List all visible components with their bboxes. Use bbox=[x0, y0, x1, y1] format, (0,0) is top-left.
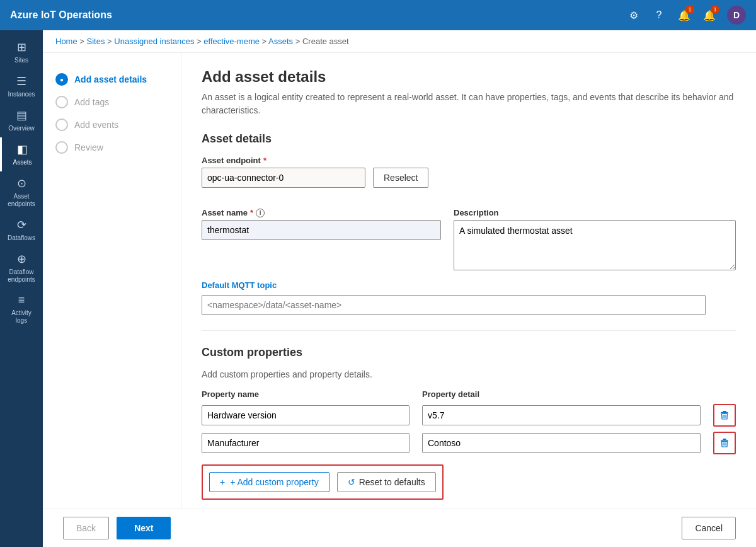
main-layout: ⊞ Sites ☰ Instances ▤ Overview ◧ Assets … bbox=[0, 30, 756, 547]
reset-to-defaults-button[interactable]: ↺ Reset to defaults bbox=[337, 472, 436, 492]
sidebar-label-activity-logs: Activitylogs bbox=[11, 309, 32, 325]
wizard-nav: ● Add asset details Add tags Add events … bbox=[43, 53, 181, 509]
sidebar-label-dataflows: Dataflows bbox=[8, 234, 35, 242]
sidebar-item-dataflows[interactable]: ⟳ Dataflows bbox=[0, 213, 43, 247]
bell-badge-2: 1 bbox=[711, 5, 719, 14]
asset-name-info-icon[interactable]: i bbox=[256, 209, 265, 217]
notification-bell-2[interactable]: 🔔 1 bbox=[702, 8, 717, 23]
add-custom-property-button[interactable]: + + Add custom property bbox=[209, 472, 329, 492]
prop-detail-input-0[interactable] bbox=[422, 405, 701, 425]
asset-endpoint-input[interactable] bbox=[202, 168, 365, 188]
props-header: Property name Property detail bbox=[202, 389, 736, 399]
wizard-step-circle-2 bbox=[55, 96, 68, 108]
wizard-step-add-tags[interactable]: Add tags bbox=[55, 91, 168, 113]
property-row-1 bbox=[202, 432, 736, 454]
prop-name-input-1[interactable] bbox=[202, 433, 410, 453]
sidebar-label-overview: Overview bbox=[8, 125, 35, 132]
breadcrumb-sep-5: > bbox=[295, 37, 302, 46]
sidebar-label-instances: Instances bbox=[8, 91, 35, 98]
asset-endpoint-group: Asset endpoint * Reselect bbox=[202, 156, 736, 198]
delete-prop-button-1[interactable] bbox=[713, 432, 736, 454]
breadcrumb-current: Create asset bbox=[302, 37, 349, 46]
wizard-step-circle-1: ● bbox=[55, 73, 68, 86]
sites-icon: ⊞ bbox=[17, 40, 26, 54]
wizard-step-label-1: Add asset details bbox=[74, 74, 147, 84]
page-layout: ● Add asset details Add tags Add events … bbox=[43, 53, 756, 509]
divider bbox=[202, 330, 736, 331]
custom-props-title: Custom properties bbox=[202, 346, 736, 359]
asset-name-input[interactable] bbox=[202, 220, 441, 240]
dataflow-endpoints-icon: ⊕ bbox=[17, 252, 26, 266]
asset-details-section-title: Asset details bbox=[202, 132, 736, 146]
asset-name-description-row: Asset name * i Description A simulated t… bbox=[202, 208, 736, 270]
bottom-bar: Back Next Cancel bbox=[43, 509, 756, 547]
wizard-step-add-asset-details[interactable]: ● Add asset details bbox=[55, 68, 168, 91]
asset-endpoint-required: * bbox=[263, 156, 266, 165]
mqtt-topic-input[interactable] bbox=[202, 295, 706, 315]
asset-endpoint-row: Reselect bbox=[202, 168, 736, 188]
svg-rect-5 bbox=[723, 439, 726, 440]
help-icon[interactable]: ? bbox=[651, 8, 667, 23]
topbar: Azure IoT Operations ⚙ ? 🔔 1 🔔 1 D bbox=[0, 0, 756, 30]
description-input[interactable]: A simulated thermostat asset bbox=[454, 220, 736, 270]
asset-endpoint-label: Asset endpoint * bbox=[202, 156, 736, 165]
notification-bell-1[interactable]: 🔔 1 bbox=[677, 8, 692, 23]
next-button[interactable]: Next bbox=[117, 517, 171, 539]
svg-rect-6 bbox=[721, 440, 728, 441]
custom-props-desc: Add custom properties and property detai… bbox=[202, 369, 736, 379]
breadcrumb-unassigned[interactable]: Unassigned instances bbox=[114, 37, 194, 46]
cancel-button[interactable]: Cancel bbox=[682, 517, 736, 539]
bell-badge-1: 1 bbox=[685, 5, 694, 14]
breadcrumb: Home > Sites > Unassigned instances > ef… bbox=[43, 30, 756, 53]
breadcrumb-assets[interactable]: Assets bbox=[268, 37, 293, 46]
back-button[interactable]: Back bbox=[63, 517, 109, 539]
mqtt-topic-group: Default MQTT topic bbox=[202, 280, 736, 315]
sidebar-label-asset-endpoints: Assetendpoints bbox=[8, 193, 35, 208]
property-row-0 bbox=[202, 404, 736, 427]
svg-rect-1 bbox=[721, 412, 728, 413]
form-title: Add asset details bbox=[202, 68, 736, 86]
user-avatar[interactable]: D bbox=[727, 6, 746, 25]
sidebar-item-dataflow-endpoints[interactable]: ⊕ Dataflowendpoints bbox=[0, 247, 43, 289]
prop-detail-col-label: Property detail bbox=[422, 389, 736, 399]
breadcrumb-sep-4: > bbox=[262, 37, 269, 46]
mqtt-topic-label: Default MQTT topic bbox=[202, 280, 736, 290]
wizard-step-review[interactable]: Review bbox=[55, 136, 168, 159]
sidebar-item-sites[interactable]: ⊞ Sites bbox=[0, 35, 43, 69]
wizard-step-circle-3 bbox=[55, 118, 68, 131]
custom-props-actions: + + Add custom property ↺ Reset to defau… bbox=[202, 464, 444, 500]
topbar-icons: ⚙ ? 🔔 1 🔔 1 D bbox=[626, 6, 746, 25]
reset-icon: ↺ bbox=[348, 477, 355, 487]
trash-icon-1 bbox=[719, 438, 730, 448]
sidebar-item-assets[interactable]: ◧ Assets bbox=[0, 137, 43, 171]
sidebar-item-asset-endpoints[interactable]: ⊙ Assetendpoints bbox=[0, 171, 43, 213]
breadcrumb-sites[interactable]: Sites bbox=[87, 37, 105, 46]
breadcrumb-sep-2: > bbox=[107, 37, 114, 46]
sidebar-item-activity-logs[interactable]: ≡ Activitylogs bbox=[0, 289, 43, 330]
wizard-step-add-events[interactable]: Add events bbox=[55, 113, 168, 136]
assets-icon: ◧ bbox=[17, 142, 28, 156]
breadcrumb-sep-1: > bbox=[79, 37, 86, 46]
overview-icon: ▤ bbox=[16, 108, 27, 122]
breadcrumb-effective-meme[interactable]: effective-meme bbox=[203, 37, 260, 46]
sidebar-item-overview[interactable]: ▤ Overview bbox=[0, 103, 43, 137]
sidebar-item-instances[interactable]: ☰ Instances bbox=[0, 69, 43, 103]
activity-logs-icon: ≡ bbox=[18, 294, 25, 307]
settings-icon[interactable]: ⚙ bbox=[626, 8, 641, 23]
svg-rect-0 bbox=[723, 411, 726, 412]
breadcrumb-home[interactable]: Home bbox=[55, 37, 77, 46]
reselect-button[interactable]: Reselect bbox=[373, 168, 428, 188]
form-description: An asset is a logical entity created to … bbox=[202, 91, 736, 117]
instances-icon: ☰ bbox=[16, 74, 26, 88]
asset-name-label: Asset name * i bbox=[202, 208, 441, 217]
sidebar-label-assets: Assets bbox=[13, 159, 32, 166]
trash-icon-0 bbox=[719, 410, 730, 420]
wizard-step-circle-4 bbox=[55, 141, 68, 154]
prop-detail-input-1[interactable] bbox=[422, 433, 701, 453]
asset-endpoints-icon: ⊙ bbox=[17, 176, 26, 190]
delete-prop-button-0[interactable] bbox=[713, 404, 736, 427]
dataflows-icon: ⟳ bbox=[17, 218, 26, 232]
content-area: Home > Sites > Unassigned instances > ef… bbox=[43, 30, 756, 547]
wizard-step-label-2: Add tags bbox=[74, 97, 109, 107]
prop-name-input-0[interactable] bbox=[202, 405, 410, 425]
